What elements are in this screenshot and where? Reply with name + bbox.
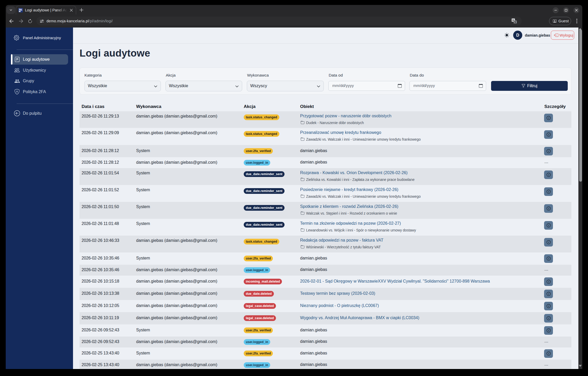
svg-text:i: i xyxy=(548,317,549,320)
svg-text:i: i xyxy=(548,280,549,283)
svg-text:i: i xyxy=(548,190,549,193)
svg-text:i: i xyxy=(548,257,549,260)
svg-text:i: i xyxy=(548,173,549,176)
svg-text:i: i xyxy=(548,292,549,295)
svg-text:i: i xyxy=(548,241,549,244)
svg-text:i: i xyxy=(548,133,549,136)
svg-text:i: i xyxy=(548,116,549,119)
svg-text:i: i xyxy=(548,149,549,153)
svg-text:i: i xyxy=(548,304,549,307)
svg-text:i: i xyxy=(548,224,549,227)
svg-text:文: 文 xyxy=(514,21,517,24)
svg-text:i: i xyxy=(548,329,549,332)
svg-text:i: i xyxy=(548,207,549,210)
svg-text:i: i xyxy=(548,352,549,355)
